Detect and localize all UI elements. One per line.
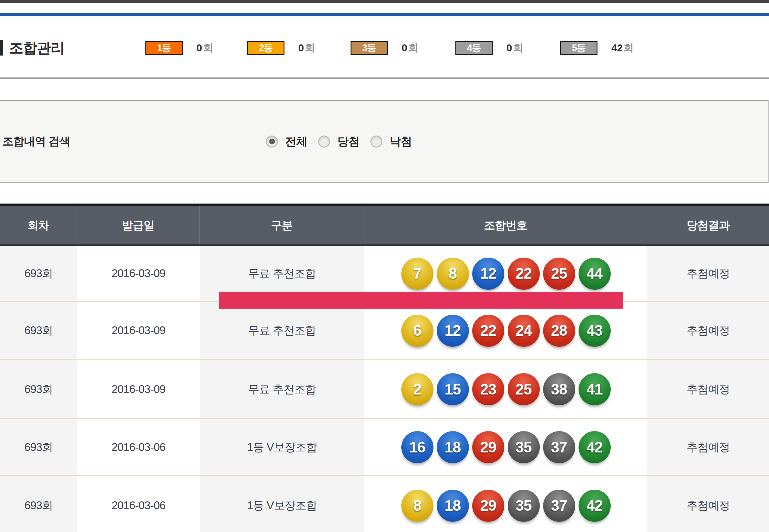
cell-type: 1등 V보장조합 [200, 419, 364, 475]
rank-badge: 1등 [145, 41, 183, 55]
radio-icon [266, 135, 278, 147]
title-bullet-partial [0, 40, 3, 56]
rank-summary-item: 4등 0회 [456, 40, 523, 56]
lotto-ball: 37 [543, 490, 575, 522]
rank-count: 0회 [298, 41, 315, 55]
lotto-ball: 35 [508, 490, 540, 522]
page: 조합관리 1등 0회 2등 0회 3등 0회 4등 0회 5등 42회 조합내역… [0, 0, 769, 532]
lotto-ball: 23 [472, 373, 504, 405]
cell-round: 693회 [0, 360, 77, 418]
table-row: 693회 2016-03-06 1등 V보장조합 81829353742 추첨예… [0, 476, 769, 532]
column-header: 구분 [200, 206, 364, 244]
cell-type: 무료 추천조합 [200, 360, 364, 418]
cell-result: 추첨예정 [647, 360, 769, 418]
lotto-ball: 29 [472, 431, 504, 463]
cell-result: 추첨예정 [647, 476, 769, 532]
radio-option-label: 당첨 [337, 134, 359, 149]
radio-icon [370, 135, 382, 147]
radio-icon [318, 135, 330, 147]
rank-count: 0회 [507, 41, 523, 55]
lotto-ball: 38 [543, 373, 575, 405]
cell-result: 추첨예정 [647, 302, 769, 359]
cell-issue-date: 2016-03-06 [77, 476, 200, 532]
lotto-ball: 6 [401, 315, 434, 347]
lotto-balls: 81829353742 [401, 490, 611, 522]
cell-issue-date: 2016-03-09 [77, 360, 200, 418]
lotto-ball: 41 [579, 373, 611, 405]
lotto-ball: 18 [437, 431, 469, 463]
row-highlight-bar [219, 292, 623, 309]
rank-summary-item: 2등 0회 [247, 40, 315, 56]
cell-numbers: 161829353742 [364, 419, 647, 475]
cell-round: 693회 [0, 302, 77, 359]
table-header: 회차발급일구분조합번호당첨결과 [0, 204, 769, 246]
radio-option[interactable]: 낙첨 [370, 134, 412, 149]
accent-divider [0, 13, 769, 16]
lotto-ball: 28 [543, 315, 575, 347]
column-header: 조합번호 [364, 206, 647, 244]
lotto-balls: 61222242843 [401, 315, 611, 347]
search-panel: 조합내역 검색 전체 당첨 낙첨 전체 ▼ › 검색 › 조합내역 텍스트파일저… [0, 100, 769, 183]
lotto-ball: 42 [579, 490, 611, 522]
rank-summary-item: 1등 0회 [145, 40, 213, 56]
lotto-balls: 7812222544 [401, 258, 611, 290]
lotto-ball: 2 [401, 373, 434, 405]
lotto-ball: 15 [437, 373, 469, 405]
cell-round: 693회 [0, 476, 77, 532]
lotto-ball: 43 [579, 315, 611, 347]
rank-badge: 5등 [560, 41, 598, 55]
lotto-ball: 22 [472, 315, 504, 347]
lotto-ball: 8 [401, 490, 434, 522]
cell-numbers: 61222242843 [364, 302, 647, 359]
search-section-label: 조합내역 검색 [2, 134, 70, 149]
lotto-ball: 12 [472, 258, 504, 290]
radio-option-label: 낙첨 [390, 134, 412, 149]
lotto-balls: 21523253841 [401, 373, 611, 405]
lotto-ball: 12 [437, 315, 469, 347]
cell-round: 693회 [0, 419, 77, 475]
table-row: 693회 2016-03-09 무료 추천조합 21523253841 추첨예정 [0, 360, 769, 419]
lotto-ball: 18 [437, 490, 469, 522]
cell-result: 추첨예정 [647, 246, 769, 301]
lotto-ball: 24 [508, 315, 540, 347]
top-border [0, 0, 769, 3]
rank-count: 0회 [196, 41, 213, 55]
section-divider [0, 77, 769, 79]
cell-issue-date: 2016-03-09 [77, 302, 200, 359]
rank-summary-item: 3등 0회 [350, 40, 419, 56]
cell-round: 693회 [0, 246, 77, 301]
lotto-ball: 29 [472, 490, 504, 522]
lotto-ball: 7 [401, 258, 434, 290]
table-body: 693회 2016-03-09 무료 추천조합 7812222544 추첨예정 … [0, 246, 769, 532]
cell-result: 추첨예정 [647, 419, 769, 475]
cell-type: 무료 추천조합 [200, 302, 364, 359]
table-row: 693회 2016-03-09 무료 추천조합 61222242843 추첨예정 [0, 302, 769, 360]
lotto-balls: 161829353742 [401, 431, 611, 463]
rank-count: 0회 [402, 41, 419, 55]
lotto-ball: 35 [508, 431, 540, 463]
radio-group: 전체 당첨 낙첨 [266, 134, 412, 149]
rank-summary-item: 5등 42회 [560, 40, 634, 56]
rank-badge: 4등 [456, 41, 493, 55]
cell-type: 1등 V보장조합 [200, 476, 364, 532]
table-row: 693회 2016-03-06 1등 V보장조합 161829353742 추첨… [0, 419, 769, 476]
page-title: 조합관리 [9, 38, 64, 58]
column-header: 회차 [0, 206, 77, 244]
lotto-ball: 22 [508, 258, 540, 290]
combinations-table: 회차발급일구분조합번호당첨결과 693회 2016-03-09 무료 추천조합 … [0, 204, 769, 532]
cell-issue-date: 2016-03-09 [77, 246, 200, 301]
column-header: 발급일 [77, 206, 200, 244]
cell-numbers: 81829353742 [364, 476, 647, 532]
rank-badge: 2등 [247, 41, 284, 55]
radio-option[interactable]: 당첨 [318, 134, 359, 149]
radio-option-label: 전체 [285, 134, 307, 149]
lotto-ball: 16 [401, 431, 434, 463]
radio-option[interactable]: 전체 [266, 134, 307, 149]
lotto-ball: 25 [543, 258, 575, 290]
lotto-ball: 42 [579, 431, 611, 463]
lotto-ball: 37 [543, 431, 575, 463]
cell-numbers: 21523253841 [364, 360, 647, 418]
rank-count: 42회 [611, 41, 634, 55]
lotto-ball: 44 [579, 258, 611, 290]
column-header: 당첨결과 [647, 206, 769, 244]
